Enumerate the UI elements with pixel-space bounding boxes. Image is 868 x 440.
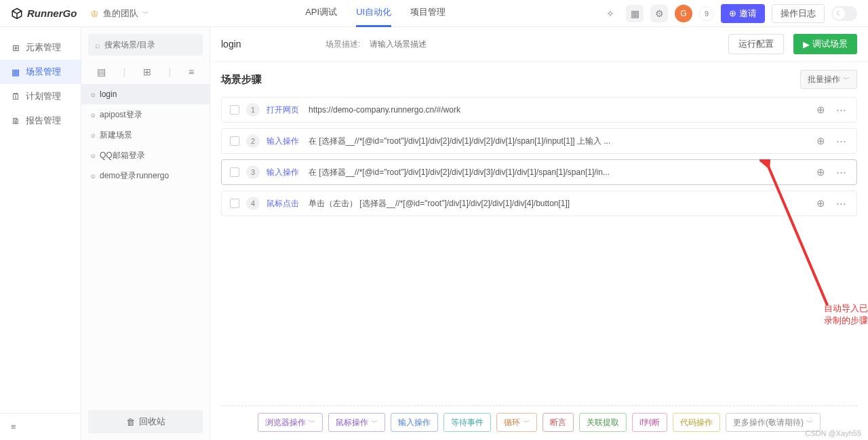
- sidebar-item-scene[interactable]: ▦ 场景管理: [0, 60, 81, 84]
- more-icon[interactable]: ⋯: [834, 104, 848, 116]
- scene-panel: ⌕ ▤ | ⊞ | ≡ ⌾login ⌾apipost登录 ⌾新建场景 ⌾QQ邮…: [81, 27, 210, 440]
- gear-icon[interactable]: ⚙: [650, 5, 668, 22]
- element-icon: ⊞: [11, 43, 20, 53]
- tag-wait[interactable]: 等待事件: [443, 413, 491, 432]
- steps-title: 场景步骤: [221, 73, 262, 86]
- scene-icon: ▦: [11, 67, 20, 77]
- annotation-text: 自动导入已录制的步骤: [824, 302, 868, 327]
- tag-loop[interactable]: 循环﹀: [496, 413, 537, 432]
- topbar: RunnerGo ♔ 鱼的团队 ﹀ API调试 UI自动化 项目管理 ✧ ▦ ⚙…: [0, 0, 868, 27]
- tree-icon[interactable]: ▤: [97, 66, 106, 77]
- step-row[interactable]: 4 鼠标点击 单击（左击） [选择器__//*[@id="root"]/div[…: [221, 191, 857, 216]
- top-right: ✧ ▦ ⚙ G 9 ⊕ 邀请 操作日志 ☾: [601, 4, 857, 23]
- main-content: 场景描述: 运行配置 ▶ 调试场景 场景步骤 批量操作 ﹀: [210, 27, 868, 440]
- step-type: 输入操作: [267, 167, 302, 178]
- step-type: 输入操作: [267, 136, 302, 147]
- step-desc: https://demo-company.runnergo.cn/#/work: [309, 105, 808, 115]
- star-icon[interactable]: ✧: [601, 5, 619, 22]
- search-input[interactable]: [104, 40, 206, 49]
- report-icon: 🗎: [11, 116, 20, 126]
- more-icon[interactable]: ⋯: [834, 166, 848, 178]
- play-icon: ▶: [803, 39, 810, 49]
- tag-mouse[interactable]: 鼠标操作﹀: [328, 413, 385, 432]
- log-button[interactable]: 操作日志: [772, 4, 825, 23]
- trash-icon: 🗑: [126, 417, 135, 427]
- step-row[interactable]: 3 输入操作 在 [选择器__//*[@id="root"]/div[1]/di…: [221, 159, 857, 185]
- debug-button[interactable]: ▶ 调试场景: [793, 34, 857, 54]
- new-folder-icon[interactable]: ⊞: [143, 66, 151, 77]
- main-nav: API调试 UI自动化 项目管理: [305, 0, 446, 27]
- scene-item[interactable]: ⌾新建场景: [81, 125, 210, 145]
- search-box[interactable]: ⌕: [88, 34, 203, 56]
- left-sidebar: ⊞ 元素管理 ▦ 场景管理 🗓 计划管理 🗎 报告管理 ≡: [0, 27, 81, 440]
- avatar[interactable]: G: [675, 5, 692, 22]
- checkbox[interactable]: [230, 199, 239, 208]
- nav-project[interactable]: 项目管理: [410, 0, 446, 27]
- add-icon[interactable]: ⊕: [814, 166, 827, 178]
- user-count[interactable]: 9: [699, 6, 714, 21]
- step-number: 2: [246, 134, 260, 148]
- sort-icon[interactable]: ≡: [189, 66, 194, 77]
- sidebar-item-label: 元素管理: [26, 41, 61, 54]
- config-button[interactable]: 运行配置: [728, 34, 784, 54]
- link-icon: ⌾: [91, 90, 96, 98]
- tag-if[interactable]: if判断: [632, 413, 667, 432]
- tag-browser[interactable]: 浏览器操作﹀: [258, 413, 323, 432]
- link-icon: ⌾: [91, 151, 96, 159]
- more-icon[interactable]: ⋯: [834, 197, 848, 209]
- plan-icon: 🗓: [11, 92, 20, 102]
- checkbox[interactable]: [230, 167, 239, 177]
- theme-toggle[interactable]: ☾: [831, 6, 857, 21]
- logo[interactable]: RunnerGo: [11, 7, 77, 20]
- invite-button[interactable]: ⊕ 邀请: [721, 4, 765, 23]
- sidebar-item-report[interactable]: 🗎 报告管理: [0, 108, 81, 133]
- user-plus-icon: ⊕: [729, 8, 736, 18]
- step-row[interactable]: 2 输入操作 在 [选择器__//*[@id="root"]/div[1]/di…: [221, 128, 857, 154]
- nav-api[interactable]: API调试: [305, 0, 337, 27]
- link-icon: ⌾: [91, 131, 96, 139]
- moon-icon: ☾: [833, 7, 845, 20]
- step-desc: 单击（左击） [选择器__//*[@id="root"]/div[1]/div[…: [309, 198, 808, 209]
- chevron-down-icon: ﹀: [843, 75, 850, 84]
- step-number: 1: [246, 103, 260, 117]
- step-row[interactable]: 1 打开网页 https://demo-company.runnergo.cn/…: [221, 97, 857, 123]
- desc-input[interactable]: [370, 39, 492, 49]
- recycle-button[interactable]: 🗑 回收站: [88, 410, 203, 433]
- more-icon[interactable]: ⋯: [834, 135, 848, 147]
- add-icon[interactable]: ⊕: [814, 197, 827, 209]
- scene-item[interactable]: ⌾login: [81, 84, 210, 104]
- action-toolbar: 浏览器操作﹀ 鼠标操作﹀ 输入操作 等待事件 循环﹀ 断言 关联提取 if判断 …: [221, 405, 857, 432]
- nav-ui[interactable]: UI自动化: [356, 0, 391, 27]
- tag-code[interactable]: 代码操作: [673, 413, 720, 432]
- scene-title-input[interactable]: [221, 39, 316, 49]
- scene-item[interactable]: ⌾QQ邮箱登录: [81, 145, 210, 165]
- team-dropdown[interactable]: ♔ 鱼的团队 ﹀: [90, 7, 149, 20]
- desc-label: 场景描述:: [326, 39, 360, 50]
- step-desc: 在 [选择器__//*[@id="root"]/div[1]/div[2]/di…: [309, 136, 808, 147]
- add-icon[interactable]: ⊕: [814, 135, 827, 147]
- watermark: CSDN @Xayh55: [805, 429, 861, 437]
- scene-item[interactable]: ⌾demo登录runnergo: [81, 165, 210, 186]
- scene-header: 场景描述: 运行配置 ▶ 调试场景: [210, 27, 868, 62]
- chevron-down-icon: ﹀: [142, 9, 149, 18]
- team-name: 鱼的团队: [103, 7, 138, 20]
- checkbox[interactable]: [230, 105, 239, 115]
- sidebar-item-label: 计划管理: [26, 90, 61, 102]
- sidebar-item-label: 场景管理: [26, 66, 61, 78]
- search-icon: ⌕: [95, 40, 100, 50]
- sidebar-collapse[interactable]: ≡: [0, 413, 81, 440]
- batch-button[interactable]: 批量操作 ﹀: [800, 70, 857, 89]
- brand: RunnerGo: [27, 7, 77, 19]
- step-number: 4: [246, 197, 260, 210]
- checkbox[interactable]: [230, 136, 239, 146]
- step-type: 打开网页: [267, 104, 302, 116]
- add-icon[interactable]: ⊕: [814, 104, 827, 116]
- sidebar-item-element[interactable]: ⊞ 元素管理: [0, 35, 81, 60]
- tag-assert[interactable]: 断言: [542, 413, 574, 432]
- grid-icon[interactable]: ▦: [626, 5, 644, 22]
- scene-item[interactable]: ⌾apipost登录: [81, 104, 210, 125]
- sidebar-item-plan[interactable]: 🗓 计划管理: [0, 84, 81, 108]
- cube-icon: [11, 7, 23, 20]
- tag-extract[interactable]: 关联提取: [579, 413, 627, 432]
- tag-input[interactable]: 输入操作: [391, 413, 438, 432]
